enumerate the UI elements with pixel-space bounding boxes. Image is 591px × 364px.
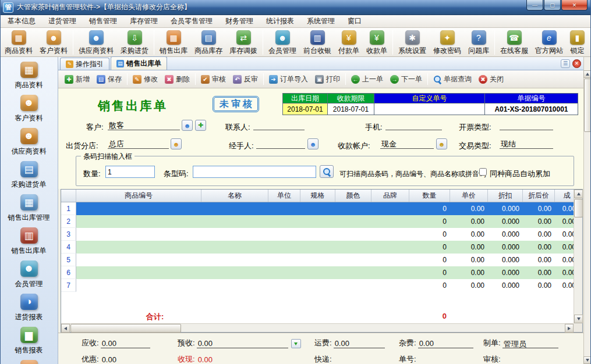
prev-order-button[interactable]: ←上一单: [348, 73, 387, 86]
grid-column-header[interactable]: 品牌: [371, 190, 409, 202]
quantity-input[interactable]: [105, 166, 155, 178]
toolbar-customers-button[interactable]: ☻客户资料: [36, 29, 71, 56]
grid-column-header[interactable]: 单位: [268, 190, 300, 202]
grid-column-header[interactable]: 折后价: [523, 190, 555, 202]
misc-fee-input[interactable]: 0.00: [418, 339, 473, 348]
tab-guide[interactable]: ✎操作指引: [60, 58, 109, 70]
courier-input[interactable]: [334, 355, 385, 364]
customer-lookup-button[interactable]: ☻: [182, 120, 193, 131]
tab-list-icon[interactable]: ☰: [561, 59, 570, 68]
contact-input[interactable]: [253, 120, 305, 130]
grid-column-header[interactable]: 商品编号: [76, 190, 201, 202]
toolbar-purchase-button[interactable]: ⇩采购进货: [117, 29, 152, 56]
grid-column-header[interactable]: 单价: [450, 190, 488, 202]
creator-input[interactable]: 管理员: [502, 339, 558, 348]
grid-scroll-left-button[interactable]: [61, 324, 70, 333]
unaudit-button[interactable]: ↶反审: [229, 73, 261, 86]
minimize-button[interactable]: —: [526, 0, 543, 10]
sidebar-item-purchase-order[interactable]: ▤采购进货单: [0, 161, 58, 190]
doc-no-value[interactable]: A01-XS-201807010001: [485, 103, 578, 115]
close-button[interactable]: ✕: [561, 0, 588, 10]
grid-column-header[interactable]: 数量: [409, 190, 450, 202]
prepaid-input[interactable]: 0.00: [197, 339, 288, 348]
grid-column-header[interactable]: 颜色: [335, 190, 371, 202]
receivable-input[interactable]: 0.00: [101, 339, 150, 348]
grid-row-3[interactable]: 300.000.0000.000.00: [61, 228, 574, 241]
grid-scroll-down-button[interactable]: [574, 315, 583, 323]
toolbar-lock-button[interactable]: ▮锁定: [567, 29, 588, 56]
account-lookup-button[interactable]: ☻: [436, 138, 447, 149]
barcode-search-button[interactable]: [320, 165, 334, 178]
grid-hscroll-thumb[interactable]: [70, 324, 181, 333]
branch-lookup-button[interactable]: ☻: [171, 138, 182, 149]
sidebar-item-suppliers[interactable]: ☻供应商资料: [0, 128, 58, 156]
edit-button[interactable]: ✎修改: [129, 73, 161, 86]
toolbar-payment-button[interactable]: ¥付款单: [335, 29, 363, 56]
toolbar-transfer-button[interactable]: ⇄库存调拨: [226, 29, 261, 56]
toolbar-pos-button[interactable]: ▥前台收银: [300, 29, 335, 56]
grid-row-6[interactable]: 600.000.0000.000.00: [61, 266, 574, 279]
menu-item[interactable]: 库存管理: [123, 15, 164, 28]
menu-item[interactable]: 财务管理: [219, 15, 260, 28]
grid-column-header[interactable]: [61, 190, 76, 202]
sidebar-item-members[interactable]: ☻会员管理: [0, 260, 58, 289]
grid-row-4[interactable]: 400.000.0000.000.00: [61, 241, 574, 254]
sidebar-item-more[interactable]: ▲: [0, 360, 58, 364]
import-order-button[interactable]: ➔订单导入: [266, 73, 312, 86]
menu-item[interactable]: 系统管理: [300, 15, 341, 28]
due-date-value[interactable]: 2018-07-01: [328, 103, 374, 115]
sidebar-item-sales-out-order[interactable]: ▥销售出库单: [0, 227, 58, 256]
toolbar-receipt-button[interactable]: ¥收款单: [363, 29, 391, 56]
grid-vscroll-thumb[interactable]: [574, 199, 583, 217]
menu-item[interactable]: 窗口: [341, 15, 368, 28]
grid-column-header[interactable]: 成: [555, 190, 574, 202]
sidebar-item-sales-out-mgmt[interactable]: ▦销售出库管理: [0, 194, 58, 223]
handler-lookup-button[interactable]: ☻: [307, 138, 318, 149]
save-button[interactable]: ▤保存: [93, 73, 125, 86]
menu-item[interactable]: 进货管理: [42, 15, 83, 28]
sidebar-item-purchase-report[interactable]: ◑进货报表: [0, 294, 58, 322]
payment-account-input[interactable]: 现金: [380, 139, 434, 149]
barcode-input[interactable]: [193, 166, 316, 178]
toolbar-suppliers-button[interactable]: ☻供应商资料: [75, 29, 117, 56]
menu-item[interactable]: 会员零售管理: [164, 15, 219, 28]
menu-item[interactable]: 基本信息: [1, 15, 42, 28]
close-tab-icon[interactable]: ✕: [572, 59, 581, 68]
shipping-input[interactable]: 0.00: [334, 339, 385, 348]
cash-received-input[interactable]: 0.00: [197, 355, 288, 364]
menu-item[interactable]: 统计报表: [260, 15, 300, 28]
auditor-input[interactable]: [502, 355, 558, 364]
tracking-no-input[interactable]: [418, 355, 473, 364]
toolbar-sales-out-button[interactable]: ▦销售出库: [156, 29, 191, 56]
toolbar-website-button[interactable]: e官方网站: [532, 29, 567, 56]
maximize-button[interactable]: ▢: [544, 0, 561, 10]
grid-column-header[interactable]: 名称: [201, 190, 268, 202]
handler-input[interactable]: [256, 139, 305, 149]
menu-item[interactable]: 销售管理: [83, 15, 123, 28]
toolbar-password-button[interactable]: ✦修改密码: [430, 29, 465, 56]
grid-row-1[interactable]: 100.000.0000.000.00: [61, 202, 574, 215]
invoice-type-input[interactable]: [500, 120, 553, 130]
grid-column-header[interactable]: 折扣: [488, 190, 523, 202]
toolbar-products-button[interactable]: ▦商品资料: [1, 29, 36, 56]
tab-sales-out-order[interactable]: ▤销售出库单: [111, 56, 167, 70]
grid-row-7[interactable]: 700.000.0000.000.00: [61, 279, 574, 292]
next-order-button[interactable]: →下一单: [387, 73, 426, 86]
grid-row-2[interactable]: 200.000.0000.000.00: [61, 215, 574, 228]
sidebar-item-customers[interactable]: ☻客户资料: [0, 95, 58, 123]
search-order-button[interactable]: 单据查询: [430, 73, 475, 86]
out-date-value[interactable]: 2018-07-01: [283, 103, 327, 115]
trade-type-input[interactable]: 现结: [500, 139, 553, 149]
phone-input[interactable]: [385, 120, 442, 130]
toolbar-faq-button[interactable]: ?问题库: [465, 29, 493, 56]
print-button[interactable]: ▣打印: [312, 73, 344, 86]
branch-input[interactable]: 总店: [108, 139, 169, 149]
grid-scroll-right-button[interactable]: [565, 324, 574, 333]
close-order-button[interactable]: ✖关闭: [475, 73, 507, 86]
grid-column-header[interactable]: 规格: [300, 190, 335, 202]
grid-row-5[interactable]: 500.000.0000.000.00: [61, 254, 574, 266]
customer-input[interactable]: 散客: [108, 120, 180, 130]
grid-scroll-up-button[interactable]: [574, 190, 583, 198]
toolbar-stock-button[interactable]: ▤商品库存: [191, 29, 226, 56]
delete-button[interactable]: ✖删除: [161, 73, 193, 86]
